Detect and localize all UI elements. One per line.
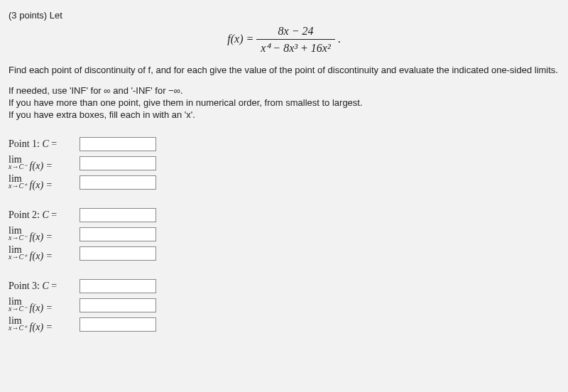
point-1-c-input[interactable] xyxy=(80,137,156,151)
instruction-order: If you have more than one point, give th… xyxy=(9,97,559,108)
point-1-lim-left-input[interactable] xyxy=(80,156,156,170)
point-3-c-label: Point 3: C = xyxy=(9,281,80,292)
point-1-c-label: Point 1: C = xyxy=(9,138,80,150)
point-3-c-input[interactable] xyxy=(80,279,156,293)
formula-numerator: 8x − 24 xyxy=(256,25,335,40)
point-1-lim-right-label: lim x→C⁺ f(x) = xyxy=(9,175,80,191)
instruction-main: Find each point of discontinuity of f, a… xyxy=(9,65,559,75)
point-3-lim-left-input[interactable] xyxy=(80,298,156,312)
point-2-c-input[interactable] xyxy=(80,208,156,222)
point-2-lim-right-input[interactable] xyxy=(80,246,156,261)
function-definition: f(x) = 8x − 24 x⁴ − 8x³ + 16x² . xyxy=(9,25,559,55)
formula-fraction: 8x − 24 x⁴ − 8x³ + 16x² xyxy=(256,25,335,55)
point-2-c-label: Point 2: C = xyxy=(9,209,80,221)
point-2-lim-left-input[interactable] xyxy=(80,227,156,241)
point-3-lim-right-label: lim x→C⁺ f(x) = xyxy=(9,317,80,333)
formula-lhs: f(x) = xyxy=(227,33,253,45)
point-3-lim-left-label: lim x→C⁻ f(x) = xyxy=(9,298,80,314)
point-2-block: Point 2: C = lim x→C⁻ f(x) = lim x→C⁺ f(… xyxy=(9,207,559,262)
point-1-lim-right-input[interactable] xyxy=(80,175,156,190)
question-header: (3 points) Let xyxy=(9,10,559,21)
point-2-lim-right-label: lim x→C⁺ f(x) = xyxy=(9,246,80,262)
point-3-block: Point 3: C = lim x→C⁻ f(x) = lim x→C⁺ f(… xyxy=(9,278,559,333)
formula-denominator: x⁴ − 8x³ + 16x² xyxy=(256,40,335,55)
point-1-lim-left-label: lim x→C⁻ f(x) = xyxy=(9,156,80,172)
point-2-lim-left-label: lim x→C⁻ f(x) = xyxy=(9,227,80,243)
instruction-inf: If needed, use 'INF' for ∞ and '-INF' fo… xyxy=(9,85,559,96)
instruction-extra: If you have extra boxes, fill each in wi… xyxy=(9,109,559,120)
formula-period: . xyxy=(338,33,341,45)
point-3-lim-right-input[interactable] xyxy=(80,317,156,332)
point-1-block: Point 1: C = lim x→C⁻ f(x) = lim x→C⁺ f(… xyxy=(9,136,559,191)
